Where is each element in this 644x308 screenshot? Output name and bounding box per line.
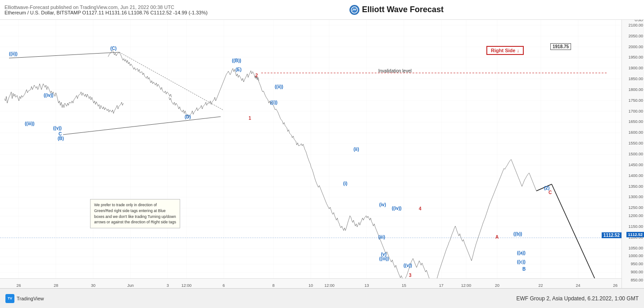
y-label-2000: 2000.00 [628, 45, 643, 49]
x-label-26: 26 [16, 283, 21, 288]
x-label-1200-2: 12:00 [324, 283, 335, 288]
svg-line-50 [552, 184, 599, 288]
x-label-1200-1: 12:00 [181, 283, 192, 288]
svg-line-49 [536, 184, 552, 191]
right-side-box: Right Side ↓ [486, 46, 524, 55]
x-label-20: 20 [495, 283, 499, 288]
x-label-22: 22 [539, 283, 543, 288]
x-label-30: 30 [91, 283, 95, 288]
x-label-3: 3 [167, 283, 169, 288]
invalidation-level-label: Invalidation level [378, 68, 412, 73]
y-label-1250: 1250.00 [628, 205, 643, 210]
y-label-1500: 1500.00 [628, 152, 643, 156]
header-logo: Elliott Wave Forecast [349, 5, 444, 15]
y-label-1400: 1400.00 [628, 173, 643, 178]
y-label-1800: 1800.00 [628, 87, 643, 92]
current-price-tag: 1112.52 [626, 232, 644, 237]
logo-text: Elliott Wave Forecast [362, 5, 444, 14]
y-label-1300: 1300.00 [628, 195, 643, 199]
bottom-bar: TV TradingView EWF Group 2, Asia Updated… [0, 288, 644, 308]
y-label-1450: 1450.00 [628, 163, 643, 167]
bottom-right-text: EWF Group 2, Asia Updated, 6.21.2022, 1:… [517, 295, 639, 302]
x-label-10: 10 [308, 283, 313, 288]
y-axis-labels: 2100.00 2050.00 2000.00 1950.00 1900.00 … [621, 20, 644, 288]
y-label-1850: 1850.00 [628, 77, 643, 81]
y-label-1350: 1350.00 [628, 184, 643, 189]
chart-container: Elliottwave-Forecast published on Tradin… [0, 0, 644, 308]
y-label-1900: 1900.00 [628, 66, 643, 70]
x-label-8: 8 [272, 283, 275, 288]
y-label-1050: 1050.00 [628, 246, 643, 250]
x-axis: 26 28 30 Jun 3 12:00 6 8 10 12:00 13 15 … [0, 278, 621, 288]
publisher-info: Elliottwave-Forecast published on Tradin… [5, 5, 208, 10]
svg-line-48 [119, 52, 223, 110]
y-label-950: 950.00 [630, 262, 643, 266]
y-label-1950: 1950.00 [628, 55, 643, 59]
y-label-1150: 1150.00 [628, 224, 643, 229]
x-label-13: 13 [364, 283, 369, 288]
tradingview-label: TradingView [17, 296, 44, 301]
x-label-28: 28 [54, 283, 58, 288]
chart-svg [0, 20, 621, 288]
y-label-2100: 2100.00 [628, 23, 643, 27]
y-label-1000: 1000.00 [628, 254, 643, 258]
instrument-info: Ethereum / U.S. Dollar, BITSTAMP O1127.1… [5, 10, 208, 15]
tradingview-logo: TV TradingView [5, 294, 44, 303]
header-left: Elliottwave-Forecast published on Tradin… [5, 5, 208, 15]
note-box: We prefer to trade only in direction of … [90, 199, 180, 228]
y-label-1600: 1600.00 [628, 130, 643, 135]
y-label-1200: 1200.00 [628, 213, 643, 218]
x-label-15: 15 [402, 283, 406, 288]
chart-header: Elliottwave-Forecast published on Tradin… [0, 0, 644, 20]
price-tag-1918: 1918.75 [550, 43, 571, 50]
tv-icon: TV [5, 294, 14, 303]
y-label-1750: 1750.00 [628, 98, 643, 103]
x-label-17: 17 [439, 283, 444, 288]
x-label-24: 24 [576, 283, 580, 288]
x-label-6: 6 [222, 283, 225, 288]
y-label-1550: 1550.00 [628, 141, 643, 145]
svg-line-47 [63, 117, 221, 135]
y-label-900: 900.00 [630, 270, 643, 274]
y-label-1650: 1650.00 [628, 119, 643, 124]
y-label-1700: 1700.00 [628, 109, 643, 113]
y-label-2050: 2050.00 [628, 34, 643, 38]
logo-icon [349, 5, 359, 15]
price-tag-current: 1112.52 [602, 232, 621, 238]
x-label-1200-3: 12:00 [461, 283, 472, 288]
x-label-jun: Jun [127, 283, 134, 288]
x-label-26b: 26 [613, 283, 617, 288]
y-label-850: 850.00 [630, 278, 643, 282]
